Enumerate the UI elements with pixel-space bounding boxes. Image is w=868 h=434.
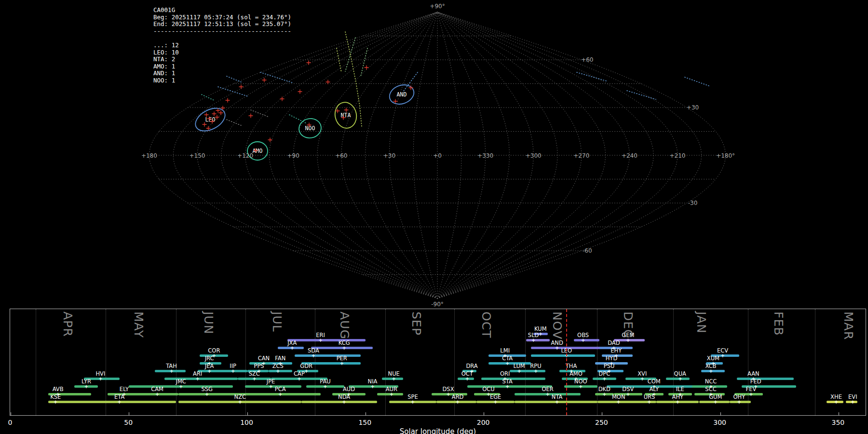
- shower-bar-ZCS: [269, 370, 292, 372]
- shower-code-label: HVI: [95, 371, 105, 377]
- meteor-trail: [289, 115, 307, 123]
- ra-axis-label: +90: [287, 152, 299, 159]
- shower-code-label: JXA: [287, 340, 297, 346]
- shower-code-label: OBS: [577, 332, 589, 338]
- ra-axis-label: +210: [670, 152, 686, 159]
- x-axis-tick-label: 200: [477, 419, 490, 426]
- shower-code-label: NTA: [552, 394, 563, 400]
- shower-code-label: DSV: [622, 386, 634, 392]
- shower-code-label: STA: [502, 379, 512, 384]
- shower-code-label: ARD: [452, 394, 464, 400]
- shower-code-label: PPS: [254, 363, 264, 369]
- shower-code-label: ZCS: [272, 363, 284, 369]
- dec-axis-label: +30: [687, 104, 699, 111]
- meteor-trail: [361, 48, 367, 76]
- month-label: APR: [61, 312, 74, 337]
- ra-axis-label: +150: [190, 152, 205, 159]
- month-gridline: [385, 309, 386, 415]
- meteor-trail: [227, 120, 241, 125]
- shower-code-label: OER: [542, 386, 553, 392]
- shower-bar-NDA: [301, 401, 377, 403]
- current-sol-line: [566, 309, 567, 415]
- shower-code-label: LYR: [81, 379, 91, 384]
- x-axis-tick: [247, 412, 248, 415]
- meteor-trail: [627, 91, 656, 99]
- shower-code-label: AND: [551, 340, 563, 346]
- shower-bar-ERI: [287, 339, 366, 341]
- shower-code-label: CAN: [258, 355, 270, 361]
- shower-code-label: COM: [648, 379, 661, 384]
- month-gridline: [106, 309, 106, 415]
- shower-code-label: DSX: [442, 386, 454, 392]
- shower-code-label: MON: [612, 394, 625, 400]
- shower-code-label: FED: [750, 379, 761, 384]
- month-label: MAR: [842, 312, 854, 340]
- x-axis-tick-label: 50: [124, 419, 133, 426]
- info-panel: CA001G Beg: 20251117 05:37:24 (sol = 234…: [153, 7, 291, 84]
- month-label: FEB: [772, 312, 785, 336]
- dec-axis-label: +60: [581, 56, 593, 63]
- radiant-label-LEO: LEO: [205, 116, 216, 123]
- shower-bar-SDA: [295, 354, 361, 357]
- shower-code-label: PAU: [320, 379, 330, 384]
- shower-code-label: NZC: [234, 394, 246, 400]
- shower-code-label: SCC: [705, 386, 716, 392]
- shower-code-label: XVI: [637, 371, 647, 377]
- shower-bar-SLD: [526, 339, 550, 341]
- shower-code-label: SZC: [249, 371, 260, 377]
- shower-code-label: ECV: [717, 348, 728, 353]
- month-label: SEP: [410, 312, 422, 336]
- dec-axis-label: +90°: [430, 3, 445, 10]
- shower-code-label: GEM: [622, 332, 634, 338]
- month-label: JUL: [271, 312, 283, 332]
- shower-code-label: JRC: [205, 355, 214, 361]
- ra-axis-label: +330: [477, 152, 493, 159]
- shower-code-label: AHY: [672, 394, 684, 400]
- radiant-label-AMO: AMO: [253, 148, 263, 154]
- shower-code-label: IIP: [230, 363, 236, 369]
- shower-code-label: NDA: [338, 394, 350, 400]
- shower-bar-LEO: [531, 354, 595, 357]
- x-axis-title: Solar longitude (deg): [0, 427, 868, 434]
- shower-code-label: JMC: [176, 379, 186, 384]
- x-axis-tick: [11, 412, 11, 415]
- radiant-label-AND: AND: [397, 91, 407, 98]
- shower-code-label: HYD: [606, 355, 618, 361]
- meteor-trail: [577, 72, 607, 81]
- shower-bar-URS: [637, 401, 656, 403]
- shower-code-label: ORI: [500, 371, 510, 377]
- ra-axis-label: +240: [622, 152, 637, 159]
- shower-code-label: ETA: [114, 394, 124, 400]
- shower-code-label: OHY: [733, 394, 746, 400]
- shower-bar-CAM: [141, 393, 178, 395]
- shower-code-label: NUE: [388, 371, 400, 377]
- shower-code-label: JEA: [205, 363, 214, 369]
- x-axis-tick-label: 150: [358, 419, 371, 426]
- shower-code-label: CAM: [151, 386, 163, 392]
- meteor-activity-screen: LEOAMONOONTAAND+180+150+120+90+60+30+0+3…: [0, 0, 868, 434]
- shower-code-label: FEV: [746, 386, 757, 392]
- meteor-trail: [403, 72, 418, 92]
- x-axis-tick: [484, 412, 484, 415]
- month-label: AUG: [338, 312, 351, 339]
- month-label: JUN: [202, 312, 215, 334]
- shower-bar-OBS: [574, 339, 600, 341]
- shower-code-label: EHY: [610, 348, 622, 353]
- shower-code-label: NCC: [705, 379, 717, 384]
- shower-code-label: EGE: [490, 394, 501, 400]
- month-label: JAN: [695, 312, 707, 334]
- shower-code-label: KSE: [50, 394, 61, 400]
- ra-axis-label: +180: [141, 152, 157, 159]
- shower-code-label: ERI: [316, 332, 325, 338]
- ra-axis-label: +300: [526, 152, 542, 159]
- shower-bar-STA: [467, 385, 553, 388]
- shower-code-label: LUM: [514, 363, 525, 369]
- ra-axis-label: +0: [433, 152, 442, 159]
- shower-code-label: URS: [644, 394, 655, 400]
- shower-code-label: XUM: [707, 355, 719, 361]
- shower-bar-AAN: [737, 378, 794, 380]
- shower-code-label: SLD: [528, 332, 539, 338]
- x-axis-tick-label: 0: [8, 419, 13, 426]
- shower-code-label: SSG: [201, 386, 213, 392]
- shower-bar-ELY: [108, 393, 145, 395]
